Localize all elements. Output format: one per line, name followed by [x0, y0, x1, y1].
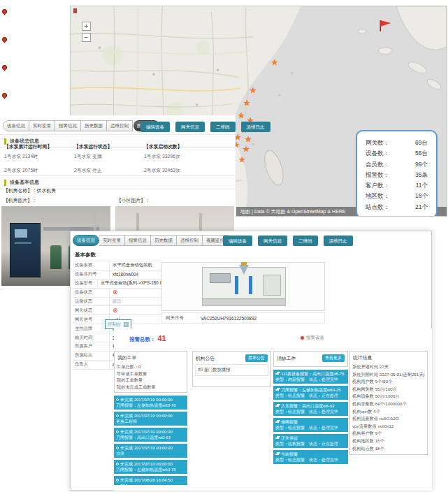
tab-realtime-vars[interactable]: 实时变量 [99, 235, 125, 246]
work-order-time: 未完成 2017/08/28 16:04:50 [120, 478, 173, 482]
svg-text:★: ★ [238, 111, 245, 120]
left-panel-buttons: 编辑设备网关信息二维码运维日志 [135, 122, 270, 132]
field-label: 负责人 [73, 361, 109, 368]
action-button[interactable]: 二维码 [210, 122, 236, 132]
defect-item[interactable]: 正常停运 类型：机构报警 状态：正在处理 [273, 434, 348, 448]
defect-item[interactable]: 倒闸报警 类型：组态报警 状态：处理完毕 [273, 418, 348, 432]
alarm-device-legend: 报警设备 [301, 335, 324, 341]
map-pin-icon [1, 8, 8, 15]
action-button[interactable]: 网关信息 [258, 236, 287, 246]
group-row: 1号水泵 33296次 [144, 153, 210, 160]
gateway-serial-label: 网关序号 [162, 315, 201, 321]
group-row: 2号水泵 32463次 [144, 167, 210, 174]
stat-value: 56台 [415, 148, 428, 159]
area-photo-label: 【小区图片】： [117, 197, 150, 204]
work-order-time: 未完成 2017/07/10 00:00:00 [120, 414, 173, 418]
zoom-out-button[interactable]: − [82, 33, 91, 42]
device-status-error-icon: ⊗ [109, 289, 162, 297]
work-order-desc: cx004 [116, 483, 185, 485]
work-order-item[interactable]: 未完成 2017/08/28 16:04:50 cx004 [114, 476, 187, 485]
action-button[interactable]: 运维日志 [324, 236, 353, 246]
work-order-item[interactable]: 未完成 2017/07/10 00:00:00 刀闸报警：左侧加热温度w60-7… [114, 396, 187, 410]
work-order-item[interactable]: 未完成 2017/07/10 00:00:00 刀闸报警：高出口温度wt0-63 [114, 428, 187, 442]
photo-section-title: 设备基本信息 [10, 179, 39, 186]
stat-label: 站点数： [366, 202, 389, 212]
defect-item[interactable]: 刀闸报警：左侧加热温度w60-25 类型：组态报警 状态：正在处理 [273, 386, 348, 400]
field-label: 设备型号 [73, 280, 97, 287]
view-more-button[interactable]: 查看更多 [322, 354, 345, 362]
tab-history-data[interactable]: 历史数据 [81, 120, 107, 131]
action-button[interactable]: 网关信息 [175, 122, 205, 132]
order-stat-link[interactable]: 我的未完成工单数量 [117, 384, 185, 391]
work-order-item[interactable]: 未完成 2017/07/10 00:00:00 更换工程师 [114, 412, 187, 426]
pump-runtime-group: 【水泵累计运行时间】 1号水泵 2134时 2号水泵 2075时 [4, 143, 71, 174]
svg-text:★: ★ [250, 86, 256, 94]
field-label: 设备序列号 [73, 271, 109, 277]
defect-work-box: 消缺工作 查看更多 [273, 351, 348, 367]
defect-work-column: 消缺工作 查看更多 111类设备报警：高出口温度d8-76 类型：内部报警 状态… [273, 351, 348, 491]
action-button[interactable]: 二维码 [293, 236, 318, 246]
group-row: 2号水泵 停止 [74, 167, 140, 174]
tab-alarm-info[interactable]: 报警信息 [55, 120, 81, 131]
wrench-icon [275, 454, 279, 455]
work-order-desc: 功率 [116, 451, 185, 456]
work-order-item[interactable]: 未完成 2017/07/10 00:00:00 功率 [114, 444, 187, 458]
stat-label: 网关数： [366, 138, 389, 148]
alarm-total: 报警总数： 41 [129, 334, 166, 343]
tab-ops-control[interactable]: 运维控制 [107, 120, 133, 131]
zoom-in-button[interactable]: + [82, 22, 91, 31]
svg-text:★: ★ [271, 58, 278, 66]
stat-value: 21个 [415, 202, 428, 212]
order-stat-link[interactable]: 工单总数：0 [117, 363, 185, 370]
console-tab[interactable]: 控制台 × [105, 319, 131, 329]
tab-history-data[interactable]: 历史数据 [151, 235, 177, 246]
statistic-row: 机构网关数 55台/100台 [352, 386, 425, 393]
action-button[interactable]: 运维日志 [241, 122, 270, 132]
defect-work-title: 消缺工作 [277, 355, 296, 362]
packing-machine-image [202, 267, 286, 306]
stat-label: 会员数： [366, 159, 389, 170]
clock-icon [116, 479, 119, 482]
stat-row: 会员数： 99个 [366, 159, 428, 170]
stat-row: 设备数： 56台 [366, 148, 428, 159]
defect-meta: 类型：机构报警 状态：正在处理 [275, 441, 346, 447]
order-stat-link[interactable]: 可申请工单数量 [117, 370, 185, 377]
tab-realtime-vars[interactable]: 实时变量 [29, 120, 55, 131]
tab-alarm-info[interactable]: 报警信息 [125, 235, 151, 246]
statistics-box: 统计信息 系统开通时间 27天系统到期时间 2027-05-01(还剩251天)… [349, 351, 428, 455]
detail-panel-buttons: 编辑设备网关信息二维码运维日志 [217, 236, 353, 246]
stat-row: 报警数： 35条 [366, 170, 428, 180]
map-zoom-control: + − [82, 22, 91, 44]
wrench-icon [275, 389, 279, 391]
statistic-row: 机构变量数 84个/1000000个 [352, 400, 425, 408]
announcement-item[interactable]: #0 厦门数据播报 [195, 364, 268, 376]
action-button[interactable]: 编辑设备 [140, 122, 170, 132]
work-order-desc: 刀闸报警：左侧加热温度w60-70 [116, 403, 185, 408]
defect-work-items: 111类设备报警：高出口温度d8-76 类型：内部报警 状态：处理完毕 刀闸报警… [273, 370, 348, 487]
defect-meta: 类型：组态报警 状态：处理完毕 [275, 457, 346, 463]
tab-ops-control[interactable]: 运维控制 [177, 235, 203, 246]
defect-item[interactable]: 入库报警：高出口温度w8-63 类型：组态报警 状态：处理完毕 [273, 402, 348, 416]
stat-row: 站点数： 21个 [366, 202, 428, 212]
my-orders-items: 未完成 2017/07/10 00:00:00 刀闸报警：左侧加热温度w60-7… [114, 396, 187, 485]
action-button[interactable]: 编辑设备 [223, 236, 252, 246]
my-orders-links: 工单总数：0可申请工单数量我的工单数量我的未完成工单数量 [117, 363, 185, 390]
announcement-items: #0 厦门数据播报 [195, 364, 268, 376]
defect-meta: 类型：组态报警 状态：正在处理 [275, 393, 346, 398]
clock-icon [116, 414, 119, 417]
group-row: 2号水泵 2075时 [4, 167, 71, 174]
work-order-desc: 更换工程师 [116, 419, 185, 424]
stat-label: 地区数： [366, 191, 389, 201]
work-order-item[interactable]: 未完成 2017/07/10 00:00:00 刀闸报警：左侧加热温度w60-7… [114, 460, 187, 474]
order-stat-link[interactable]: 我的工单数量 [117, 377, 185, 384]
publish-announcement-button[interactable]: 发布公告 [245, 354, 268, 362]
statistic-row: 机构客户数 9个 [352, 430, 425, 437]
close-icon[interactable]: × [124, 322, 129, 327]
tab-device-info[interactable]: 设备信息 [3, 120, 29, 131]
defect-item[interactable]: 当前报警 类型：组态报警 状态：处理完毕 [273, 450, 348, 464]
tab-device-info-active[interactable]: 设备信息 [73, 235, 99, 246]
defect-item[interactable]: 111类设备报警：高出口温度d8-76 类型：内部报警 状态：处理完毕 [273, 370, 348, 384]
field-label: 所属站点 [73, 352, 109, 359]
gateway-serial-row: 网关序号 VAC252UH7916122500892 [161, 312, 325, 324]
alarm-total-label: 报警总数： [129, 336, 156, 343]
